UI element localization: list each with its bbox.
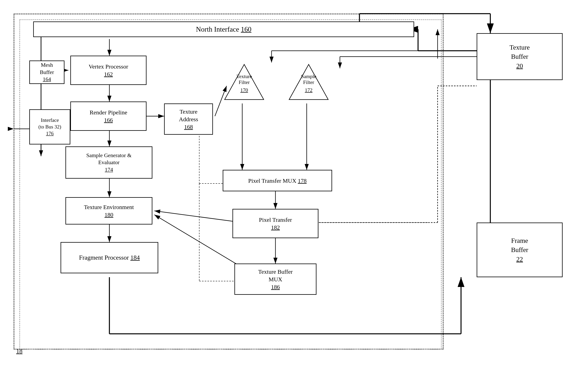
interface-bus-label: Interface(to Bus 32)176: [38, 117, 61, 137]
pixel-transfer-block: Pixel Transfer182: [232, 209, 318, 238]
north-interface-label: North Interface 160: [196, 25, 251, 34]
svg-text:Texture: Texture: [236, 74, 252, 79]
pixel-transfer-label: Pixel Transfer182: [259, 216, 292, 231]
fragment-proc-label: Fragment Processor 184: [79, 254, 140, 262]
texture-address-label: TextureAddress168: [179, 108, 198, 131]
svg-text:Filter: Filter: [239, 79, 250, 85]
render-pipeline-block: Render Pipeline166: [70, 101, 146, 131]
svg-text:172: 172: [305, 87, 313, 93]
pixel-transfer-mux-block: Pixel Transfer MUX 178: [223, 170, 332, 191]
frame-buffer-ext-label: FrameBuffer22: [511, 236, 528, 264]
svg-text:Sample: Sample: [301, 74, 316, 79]
texture-buffer-ext-block: TextureBuffer20: [477, 33, 562, 80]
sample-filter-triangle: Sample Filter 172: [287, 62, 330, 101]
frame-buffer-ext-block: FrameBuffer22: [477, 223, 562, 277]
mesh-buffer-label: MeshBuffer164: [40, 61, 54, 83]
vertex-processor-label: Vertex Processor162: [89, 63, 128, 78]
sample-filter-block: Sample Filter 172: [287, 62, 330, 105]
texture-buffer-mux-label: Texture BufferMUX186: [258, 268, 293, 291]
render-pipeline-label: Render Pipeline166: [90, 108, 127, 124]
sample-gen-label: Sample Generator &Evaluator174: [86, 152, 132, 173]
texture-buffer-ext-label: TextureBuffer20: [510, 43, 530, 71]
texture-env-block: Texture Environment180: [65, 197, 152, 225]
svg-text:170: 170: [240, 87, 248, 93]
diagram-container: 18: [8, 8, 580, 359]
texture-env-label: Texture Environment180: [84, 203, 134, 218]
texture-filter-triangle: Texture Filter 170: [223, 62, 266, 101]
north-interface-block: North Interface 160: [33, 21, 414, 37]
texture-filter-block: Texture Filter 170: [223, 62, 266, 105]
sample-gen-block: Sample Generator &Evaluator174: [65, 146, 152, 179]
vertex-processor-block: Vertex Processor162: [70, 56, 146, 85]
texture-address-block: TextureAddress168: [164, 103, 213, 135]
gpu-label: 18: [16, 348, 22, 355]
interface-bus-block: Interface(to Bus 32)176: [29, 109, 70, 144]
mesh-buffer-block: MeshBuffer164: [29, 60, 64, 84]
fragment-proc-block: Fragment Processor 184: [60, 242, 158, 273]
pixel-transfer-mux-label: Pixel Transfer MUX 178: [248, 177, 307, 184]
texture-buffer-mux-block: Texture BufferMUX186: [234, 264, 316, 295]
svg-text:Filter: Filter: [303, 79, 314, 85]
